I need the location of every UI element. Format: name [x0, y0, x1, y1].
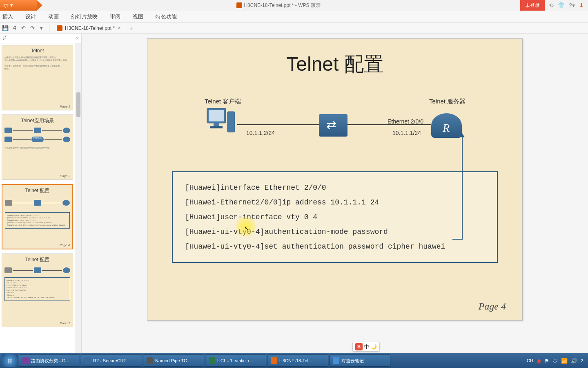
ip-address-2: 10.1.1.1/24 [392, 130, 421, 136]
panel-header: 片 × [0, 34, 81, 43]
thumb-page: Page 5 [60, 321, 70, 325]
more-icon[interactable]: ▾ [38, 25, 45, 32]
slide-thumb-2[interactable]: Telnet应用场景 Internet 可以通过这种方法在远程的网络设备进行集中… [2, 114, 73, 180]
task-label: HCL - 1_static_r... [217, 358, 253, 363]
tray-clock[interactable]: 2 [581, 358, 583, 363]
doc-tab-icon [57, 25, 62, 31]
help-icon[interactable]: ?▾ [569, 2, 575, 9]
ime-mode: 中 [364, 343, 369, 350]
undo-icon[interactable]: ↶ [20, 25, 27, 32]
task-label: Named Pipe TC... [155, 358, 191, 363]
panel-scrollbar[interactable] [75, 43, 81, 353]
interface-label: Ethernet 2/0/0 [388, 118, 423, 125]
thumbnails: Telnet 如果在一台或多台网络设备需要远程配置和管理，管理员可以使用Teln… [0, 43, 75, 353]
slide-thumb-4[interactable]: Telnet 配置 <Huawei>telnet 10.1.1.1Trying … [2, 254, 73, 327]
current-slide: Telnet 配置 Telnet 客户端 Telnet 服务器 10.1.1.2… [147, 38, 523, 321]
switch-icon [319, 114, 347, 137]
pin-icon[interactable]: ⬇ [579, 2, 584, 9]
sync-icon[interactable]: ⟲ [549, 2, 554, 9]
code-line: [Huawei-Ethernet2/0/0]ip address 10.1.1.… [185, 195, 485, 210]
thumb-title: Telnet 配置 [5, 187, 70, 194]
titlebar-controls: 未登录 ⟲ 👕 ?▾ ⬇ [520, 0, 588, 11]
menu-animation[interactable]: 动画 [48, 13, 59, 20]
slide-thumb-3[interactable]: Telnet 配置 [Huawei]interface Ethernet 2/0… [2, 184, 73, 249]
ime-moon-icon: 🌙 [371, 344, 377, 350]
taskbar-item-onenote[interactable]: 路由协议分类 - O... [19, 355, 80, 367]
ip-address-1: 10.1.1.2/24 [246, 130, 275, 136]
document-title: H3CNE-18-Telnet.ppt * - WPS 演示 [244, 2, 320, 9]
ime-indicator[interactable]: S 中 🌙 [352, 342, 380, 352]
task-label: H3CNE-18-Tel... [279, 358, 312, 363]
tab-close-icon[interactable]: × [117, 25, 120, 31]
scroll-thumb[interactable] [76, 92, 80, 117]
doc-tab-label: H3CNE-18-Telnet.ppt * [65, 25, 115, 31]
new-tab-button[interactable]: + [126, 25, 136, 32]
menu-view[interactable]: 视图 [133, 13, 143, 20]
svg-rect-3 [210, 126, 223, 128]
link-line [237, 124, 319, 125]
taskbar-item-securecrt[interactable]: R2 - SecureCRT [81, 355, 142, 367]
svg-rect-4 [227, 112, 235, 132]
code-line: [Huawei-ui-vty0-4]authentication-mode pa… [185, 224, 485, 239]
menu-slideshow[interactable]: 幻灯片放映 [71, 13, 98, 20]
server-label: Telnet 服务器 [429, 98, 466, 105]
panel-close-icon[interactable]: × [76, 36, 79, 41]
callout-arrow [462, 137, 463, 239]
thumb-title: Telnet [4, 48, 70, 54]
config-code-box: [Huawei]interface Ethernet 2/0/0 [Huawei… [172, 171, 498, 263]
tray-volume-icon[interactable]: 🔊 [571, 358, 577, 364]
tray-flag-icon[interactable]: ⚑ [544, 358, 549, 364]
menu-insert[interactable]: 插入 [2, 13, 13, 20]
pipe-icon [147, 357, 153, 364]
tray-network-icon[interactable]: 📶 [561, 358, 568, 364]
taskbar-item-hcl[interactable]: HCL - 1_static_r... [205, 355, 266, 367]
code-line: [Huawei]user-interface vty 0 4 [185, 210, 485, 224]
thumb-page: Page 3 [60, 174, 70, 178]
quick-toolbar: 💾 🖨 ↶ ↷ ▾ H3CNE-18-Telnet.ppt * × + [0, 23, 588, 34]
login-button[interactable]: 未登录 [520, 0, 545, 11]
lang-indicator[interactable]: CH [527, 358, 533, 363]
thumb-page: Page 4 [60, 243, 70, 247]
onenote-icon [22, 357, 29, 364]
system-tray: CH ◉ ⚑ 🛡 📶 🔊 2 [527, 358, 586, 364]
menu-design[interactable]: 设计 [25, 13, 36, 20]
thumb-title: Telnet 配置 [4, 256, 70, 263]
start-button[interactable]: ⊞ [2, 354, 18, 367]
thumb-title: Telnet应用场景 [4, 117, 70, 124]
taskbar-item-namedpipe[interactable]: Named Pipe TC... [143, 355, 204, 367]
slide-title: Telnet 配置 [147, 51, 522, 77]
skin-icon[interactable]: 👕 [558, 2, 565, 9]
tray-sogou-icon[interactable]: ◉ [537, 358, 541, 364]
taskbar: ⊞ 路由协议分类 - O... R2 - SecureCRT Named Pip… [0, 353, 588, 368]
slide-thumb-1[interactable]: Telnet 如果在一台或多台网络设备需要远程配置和管理，管理员可以使用Teln… [2, 45, 73, 110]
menu-features[interactable]: 特色功能 [156, 13, 177, 20]
print-icon[interactable]: 🖨 [11, 25, 18, 32]
tray-shield-icon[interactable]: 🛡 [552, 358, 558, 364]
app-menu-button[interactable]: 示 ▾ [0, 0, 37, 11]
code-line: [Huawei]interface Ethernet 2/0/0 [185, 180, 485, 195]
callout-arrow-h [452, 239, 463, 240]
client-label: Telnet 客户端 [205, 98, 241, 105]
wps-icon [271, 357, 277, 364]
task-label: R2 - SecureCRT [93, 358, 126, 363]
pc-icon [205, 106, 237, 135]
network-diagram: Telnet 客户端 Telnet 服务器 10.1.1.2/24 Ethern… [147, 98, 522, 171]
youdao-icon [333, 357, 339, 364]
task-label: 路由协议分类 - O... [31, 358, 69, 364]
save-icon[interactable]: 💾 [2, 25, 9, 32]
svg-rect-2 [214, 123, 219, 126]
document-tab[interactable]: H3CNE-18-Telnet.ppt * × [53, 24, 124, 32]
thumb-page: Page 1 [60, 105, 70, 108]
separator [49, 24, 49, 32]
app-menu-label: 示 ▾ [3, 2, 13, 9]
securecrt-icon [85, 357, 91, 364]
slide-canvas[interactable]: Telnet 配置 Telnet 客户端 Telnet 服务器 10.1.1.2… [82, 34, 588, 353]
taskbar-item-youdao[interactable]: 有道云笔记 [329, 355, 390, 367]
titlebar: 示 ▾ H3CNE-18-Telnet.ppt * - WPS 演示 未登录 ⟲… [0, 0, 588, 11]
code-line: [Huawei-ui-vty0-4]set authentication pas… [185, 239, 485, 254]
menu-review[interactable]: 审阅 [110, 13, 120, 20]
redo-icon[interactable]: ↷ [29, 25, 36, 32]
file-icon [236, 2, 242, 8]
taskbar-item-wps[interactable]: H3CNE-18-Tel... [267, 355, 328, 367]
menubar: 插入 设计 动画 幻灯片放映 审阅 视图 特色功能 [0, 11, 588, 23]
